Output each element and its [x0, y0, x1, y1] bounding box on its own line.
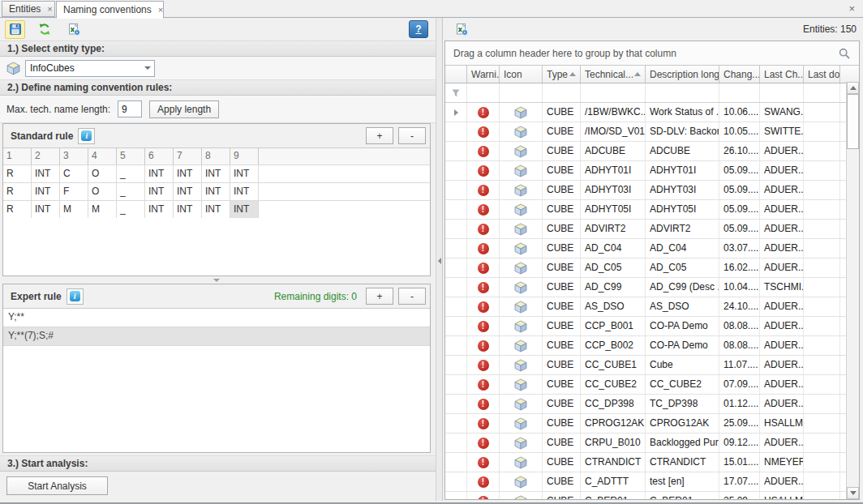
- search-icon[interactable]: [838, 47, 851, 60]
- expert-rule-remove-button[interactable]: -: [398, 288, 426, 305]
- column-header-icon[interactable]: Icon: [500, 66, 543, 83]
- column-header-last-doc[interactable]: Last doc.: [804, 66, 840, 83]
- rule-cell[interactable]: INT: [230, 200, 259, 218]
- column-header-last-changed[interactable]: Last Ch...: [760, 66, 804, 83]
- scrollbar-thumb[interactable]: [847, 94, 859, 149]
- column-header-type[interactable]: Type: [543, 66, 581, 83]
- rule-cell[interactable]: INT: [174, 164, 202, 182]
- table-row[interactable]: ! CUBECC_CUBE1Cube11.07....ADUER...: [445, 356, 859, 375]
- rule-cell[interactable]: _: [117, 164, 145, 182]
- rule-cell[interactable]: O: [88, 182, 117, 200]
- rule-cell[interactable]: F: [60, 182, 88, 200]
- collapse-left-icon[interactable]: [438, 258, 441, 264]
- table-row[interactable]: ! CUBEAD_C04AD_C0403.07....ADUER...: [445, 239, 859, 258]
- table-row[interactable]: ! CUBEC_ADTTTtest [en]17.07....ADUER...: [445, 472, 859, 492]
- standard-rule-remove-button[interactable]: -: [398, 127, 426, 144]
- row-indicator-cell: [445, 375, 467, 394]
- table-row[interactable]: ! CUBECPROG12AKCPROG12AK25.09....HSALLM.…: [445, 414, 859, 434]
- rule-row[interactable]: RINTMM_INTINTINTINT: [3, 200, 430, 218]
- filter-cell[interactable]: [467, 83, 500, 102]
- table-row[interactable]: ! CUBEAD_C99AD_C99 (Desc ...10.04....TSC…: [445, 278, 859, 297]
- start-analysis-button[interactable]: Start Analysis: [6, 476, 108, 495]
- filter-cell[interactable]: [500, 83, 543, 102]
- rule-cell[interactable]: INT: [202, 164, 230, 182]
- column-header-technical[interactable]: Technical...: [581, 66, 646, 83]
- rule-cell[interactable]: R: [3, 182, 32, 200]
- tab-close-icon[interactable]: ×: [158, 6, 163, 15]
- splitter-grip[interactable]: [2, 276, 431, 284]
- table-row[interactable]: ! CUBECCP_B002CO-PA Demo08.08....ADUER..…: [445, 336, 859, 356]
- table-row[interactable]: ! CUBEC_BER01C_BER0125.09....HSALLM...: [445, 492, 859, 499]
- rule-cell[interactable]: INT: [145, 182, 174, 200]
- column-header-warning[interactable]: Warni...: [467, 66, 500, 83]
- table-row[interactable]: ! CUBECRPU_B010Backlogged Pur...09.12...…: [445, 434, 859, 453]
- scroll-up-button[interactable]: [847, 82, 859, 94]
- standard-rule-info-button[interactable]: i: [78, 128, 95, 144]
- expert-rule-row[interactable]: Y;**: [3, 309, 430, 327]
- expert-rule-info-button[interactable]: i: [67, 288, 84, 305]
- table-row[interactable]: ! CUBEAS_DSOAS_DSO24.10....ADUER...: [445, 297, 859, 317]
- help-button[interactable]: ?: [409, 20, 428, 38]
- table-row[interactable]: ! CUBEAD_C05AD_C0516.02....ADUER...: [445, 258, 859, 278]
- rule-cell[interactable]: R: [3, 164, 32, 182]
- rule-cell[interactable]: M: [88, 200, 117, 218]
- table-row[interactable]: ! CUBE/1BW/BWKC...Work Status of ...10.0…: [445, 103, 859, 122]
- table-row[interactable]: ! CUBECC_DP398TC_DP39801.12....ADUER...: [445, 395, 859, 414]
- tab-close-icon[interactable]: ×: [47, 5, 52, 14]
- expert-rule-row[interactable]: Y;**(7);S;#: [3, 327, 430, 346]
- table-row[interactable]: ! CUBE/IMO/SD_V01SD-DLV: Backor...10.05.…: [445, 122, 859, 142]
- table-row[interactable]: ! CUBECC_CUBE2CC_CUBE207.09....ADUER...: [445, 375, 859, 395]
- filter-cell[interactable]: [543, 83, 581, 102]
- apply-length-button[interactable]: Apply length: [149, 100, 219, 118]
- tab-naming-conventions[interactable]: Naming conventions ×: [56, 1, 164, 19]
- rule-cell[interactable]: M: [60, 200, 88, 218]
- rule-cell[interactable]: O: [88, 164, 117, 182]
- filter-cell[interactable]: [719, 83, 760, 102]
- chevron-down-icon[interactable]: [141, 66, 154, 70]
- group-by-bar[interactable]: Drag a column header here to group by th…: [445, 41, 859, 66]
- table-row[interactable]: ! CUBEADHYT03IADHYT03I05.09....ADUER...: [445, 181, 859, 200]
- rule-cell[interactable]: INT: [145, 200, 174, 218]
- rule-cell[interactable]: INT: [145, 164, 174, 182]
- filter-cell[interactable]: [804, 83, 840, 102]
- entity-type-combobox[interactable]: InfoCubes: [25, 60, 155, 77]
- export-button[interactable]: [63, 20, 84, 39]
- rule-row[interactable]: RINTFO_INTINTINTINT: [3, 182, 430, 200]
- expert-rule-add-button[interactable]: +: [366, 288, 393, 305]
- save-button[interactable]: [5, 20, 25, 39]
- tab-entities[interactable]: Entities ×: [2, 1, 55, 17]
- rule-cell[interactable]: _: [117, 182, 145, 200]
- rule-cell[interactable]: INT: [32, 182, 60, 200]
- rule-cell[interactable]: R: [3, 200, 32, 218]
- scroll-down-button[interactable]: [847, 487, 859, 499]
- filter-cell[interactable]: [581, 83, 646, 102]
- table-row[interactable]: ! CUBEADVIRT2ADVIRT205.09....ADUER...: [445, 220, 859, 239]
- rule-cell[interactable]: C: [60, 164, 88, 182]
- column-header-description[interactable]: Description long...: [646, 66, 719, 83]
- column-header-changed[interactable]: Chang...: [719, 66, 760, 83]
- table-row[interactable]: ! CUBECCP_B001CO-PA Demo08.08....ADUER..…: [445, 317, 859, 336]
- table-row[interactable]: ! CUBEADCUBEADCUBE26.10....ADUER...: [445, 142, 859, 161]
- vertical-scrollbar[interactable]: [846, 82, 859, 499]
- rule-cell[interactable]: INT: [202, 200, 230, 218]
- standard-rule-add-button[interactable]: +: [366, 127, 393, 144]
- rule-cell[interactable]: INT: [230, 182, 259, 200]
- max-length-input[interactable]: [118, 100, 142, 117]
- rule-cell[interactable]: INT: [174, 200, 202, 218]
- filter-cell[interactable]: [646, 83, 719, 102]
- rule-row[interactable]: RINTCO_INTINTINTINT: [3, 164, 430, 182]
- rule-cell[interactable]: INT: [230, 164, 259, 182]
- grid-export-button[interactable]: [451, 20, 471, 39]
- table-row[interactable]: ! CUBEADHYT01IADHYT01I05.09....ADUER...: [445, 161, 859, 181]
- rule-cell[interactable]: INT: [32, 164, 60, 182]
- rule-cell[interactable]: _: [117, 200, 145, 218]
- refresh-button[interactable]: [34, 20, 54, 39]
- table-row[interactable]: ! CUBEADHYT05IADHYT05I05.09....ADUER...: [445, 200, 859, 220]
- rule-cell[interactable]: INT: [32, 200, 60, 218]
- panel-splitter[interactable]: [436, 18, 443, 501]
- filter-cell[interactable]: [760, 83, 804, 102]
- close-icon[interactable]: ×: [848, 3, 855, 14]
- rule-cell[interactable]: INT: [202, 182, 230, 200]
- rule-cell[interactable]: INT: [174, 182, 202, 200]
- table-row[interactable]: ! CUBECTRANDICTCTRANDICT15.01....NMEYER: [445, 453, 859, 472]
